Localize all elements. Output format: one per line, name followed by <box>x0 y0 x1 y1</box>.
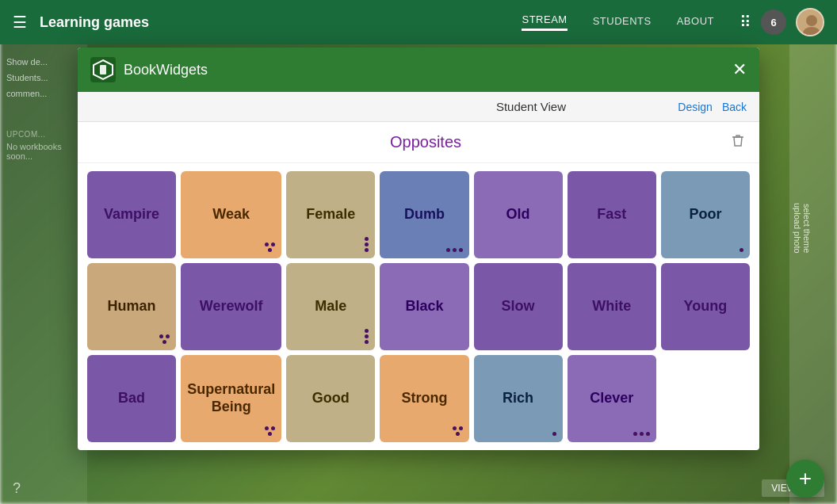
card-human-text: Human <box>108 298 156 315</box>
card-weak-text: Weak <box>212 206 250 223</box>
modal-close-button[interactable]: ✕ <box>732 61 747 78</box>
card-dumb-text: Dumb <box>404 206 445 223</box>
card-white[interactable]: White <box>568 263 656 350</box>
modal-title: Opposites <box>122 133 729 151</box>
card-poor[interactable]: Poor <box>661 171 750 258</box>
card-clever-text: Clever <box>590 390 633 407</box>
card-fast-text: Fast <box>597 206 626 223</box>
card-clever-dots <box>633 432 650 436</box>
card-male-dots <box>365 329 369 344</box>
card-strong-text: Strong <box>401 390 447 407</box>
back-link[interactable]: Back <box>722 101 747 113</box>
fab-button[interactable]: + <box>786 460 824 498</box>
card-human[interactable]: Human <box>87 263 176 350</box>
card-female-dots <box>365 237 369 252</box>
trash-icon[interactable] <box>729 132 747 153</box>
card-male-text: Male <box>315 298 346 315</box>
card-slow[interactable]: Slow <box>474 263 563 350</box>
card-vampire-text: Vampire <box>104 206 159 223</box>
fab-icon: + <box>799 466 812 491</box>
bookwidgets-logo <box>90 57 116 82</box>
card-rich-dots <box>552 432 556 436</box>
card-vampire[interactable]: Vampire <box>87 171 176 258</box>
card-old[interactable]: Old <box>474 171 563 258</box>
card-rich[interactable]: Rich <box>474 355 563 442</box>
modal-subheader: Student View Design Back <box>78 92 759 122</box>
bookwidgets-modal: BookWidgets ✕ Student View Design Back O… <box>78 48 759 450</box>
svg-rect-5 <box>100 65 106 74</box>
card-bad[interactable]: Bad <box>87 355 176 442</box>
modal-header: BookWidgets ✕ <box>78 48 759 92</box>
modal-titlebar: Opposites <box>78 122 759 163</box>
card-strong-dots <box>453 426 463 436</box>
card-white-text: White <box>592 298 631 315</box>
card-strong[interactable]: Strong <box>380 355 468 442</box>
card-werewolf-text: Werewolf <box>200 298 263 315</box>
cards-grid: Vampire Weak Female Dumb <box>78 163 759 450</box>
card-weak[interactable]: Weak <box>181 171 281 258</box>
card-supernatural-dots <box>265 426 275 436</box>
design-link[interactable]: Design <box>678 101 713 113</box>
card-good[interactable]: Good <box>286 355 375 442</box>
card-black-text: Black <box>405 298 443 315</box>
card-dumb-dots <box>446 248 463 252</box>
card-dumb[interactable]: Dumb <box>380 171 468 258</box>
card-werewolf[interactable]: Werewolf <box>181 263 281 350</box>
card-young-text: Young <box>684 298 728 315</box>
card-poor-dots <box>740 248 743 252</box>
card-female-text: Female <box>306 206 355 223</box>
card-old-text: Old <box>506 206 530 223</box>
modal-overlay: BookWidgets ✕ Student View Design Back O… <box>0 0 837 504</box>
card-bad-text: Bad <box>118 390 145 407</box>
card-young[interactable]: Young <box>661 263 750 350</box>
card-male[interactable]: Male <box>286 263 375 350</box>
card-weak-dots <box>265 242 275 252</box>
card-human-dots <box>159 334 170 344</box>
card-slow-text: Slow <box>502 298 535 315</box>
card-supernatural[interactable]: Supernatural Being <box>181 355 281 442</box>
card-good-text: Good <box>312 390 350 407</box>
card-poor-text: Poor <box>689 206 721 223</box>
card-clever[interactable]: Clever <box>568 355 656 442</box>
card-black[interactable]: Black <box>380 263 468 350</box>
modal-brand-name: BookWidgets <box>124 62 732 78</box>
card-rich-text: Rich <box>503 390 533 407</box>
card-supernatural-text: Supernatural Being <box>187 381 275 415</box>
student-view-label: Student View <box>384 100 678 113</box>
modal-actions: Design Back <box>678 101 747 113</box>
card-fast[interactable]: Fast <box>568 171 656 258</box>
card-female[interactable]: Female <box>286 171 375 258</box>
